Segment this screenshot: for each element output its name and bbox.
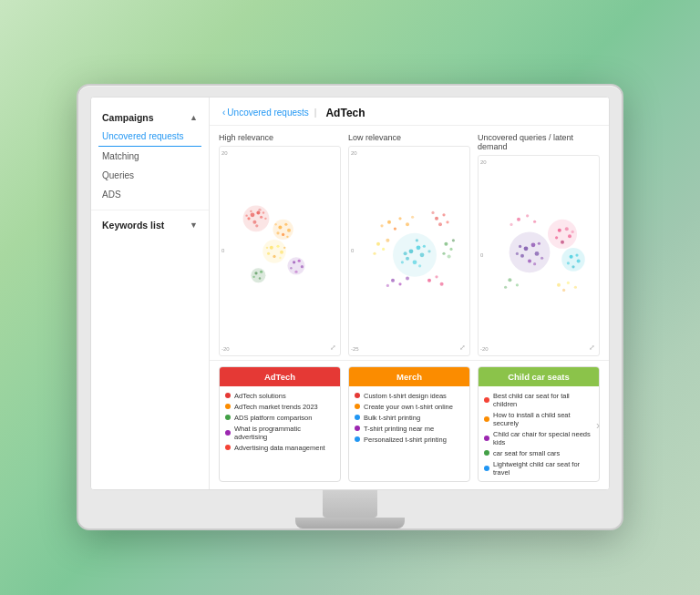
sidebar: Campaigns ▲ Uncovered requests Matching … — [91, 97, 210, 490]
monitor: Campaigns ▲ Uncovered requests Matching … — [77, 84, 623, 530]
svg-point-56 — [411, 215, 414, 218]
svg-point-71 — [448, 254, 451, 258]
card-text: AdTech market trends 2023 — [234, 403, 318, 411]
svg-point-18 — [286, 235, 288, 237]
chart-uncovered-queries-y-labels: 20 0 -20 — [480, 156, 489, 356]
svg-point-93 — [568, 234, 571, 238]
svg-point-88 — [516, 251, 519, 254]
chart-high-relevance-box: 20 0 -20 — [219, 146, 341, 357]
svg-point-101 — [571, 265, 574, 268]
svg-point-14 — [284, 222, 287, 225]
sidebar-item-uncovered[interactable]: Uncovered requests — [98, 127, 201, 147]
svg-point-58 — [435, 216, 438, 220]
chart-low-relevance-svg — [349, 147, 469, 356]
list-item: AdTech market trends 2023 — [225, 401, 335, 412]
svg-point-72 — [391, 278, 395, 282]
keywords-section[interactable]: Keywords list ▼ — [91, 216, 209, 234]
svg-point-29 — [251, 268, 265, 282]
chart-low-relevance-y-labels: 20 0 -25 — [351, 147, 359, 356]
svg-point-32 — [259, 277, 261, 279]
svg-point-38 — [294, 270, 297, 272]
y-label-0: 0 — [221, 248, 230, 253]
svg-point-78 — [440, 282, 444, 285]
chart-low-relevance-title: Low relevance — [348, 133, 470, 142]
sidebar-item-matching[interactable]: Matching — [91, 147, 209, 166]
list-item: Child car chair for special needs kids — [484, 428, 593, 447]
svg-point-30 — [254, 272, 257, 274]
svg-point-54 — [406, 222, 409, 226]
card-text: ADS platform comparison — [234, 414, 312, 422]
svg-point-28 — [283, 246, 285, 248]
breadcrumb-back[interactable]: ‹ Uncovered requests — [222, 108, 309, 118]
svg-point-24 — [273, 254, 275, 257]
breadcrumb-separator: | — [314, 108, 317, 118]
svg-point-63 — [376, 241, 380, 245]
svg-point-98 — [570, 254, 573, 258]
sidebar-divider — [91, 210, 209, 210]
svg-point-95 — [555, 236, 558, 239]
svg-point-89 — [540, 256, 543, 259]
svg-point-40 — [393, 232, 437, 276]
svg-point-23 — [280, 250, 283, 253]
card-text: Advertising data management — [234, 444, 325, 452]
chart-low-relevance-expand-icon[interactable]: ⤢ — [459, 344, 466, 352]
svg-point-2 — [256, 210, 260, 214]
card-text: T-shirt printing near me — [364, 425, 434, 433]
y-label-20-uq: 20 — [480, 159, 489, 165]
svg-point-10 — [245, 214, 247, 216]
svg-point-65 — [373, 251, 376, 254]
chart-uncovered-queries-box: 20 0 -20 — [478, 155, 600, 357]
y-label-neg20: -20 — [221, 346, 230, 352]
svg-point-81 — [531, 242, 536, 247]
svg-point-106 — [510, 222, 512, 225]
svg-point-59 — [442, 213, 445, 216]
chart-uncovered-queries: Uncovered queries / latent demand 20 0 -… — [478, 133, 600, 357]
svg-point-69 — [442, 251, 445, 254]
chart-low-relevance-box: 20 0 -25 — [348, 146, 470, 357]
svg-point-62 — [431, 210, 434, 213]
svg-point-75 — [386, 283, 389, 286]
svg-point-22 — [276, 244, 279, 247]
chart-uncovered-queries-expand-icon[interactable]: ⤢ — [589, 344, 595, 352]
svg-point-11 — [264, 217, 266, 219]
svg-point-73 — [398, 282, 401, 285]
svg-point-92 — [565, 227, 569, 231]
svg-point-35 — [293, 261, 295, 263]
svg-point-8 — [262, 211, 264, 213]
svg-point-61 — [446, 221, 448, 223]
main-header: ‹ Uncovered requests | AdTech — [210, 97, 609, 126]
list-item: car seat for small cars — [484, 447, 593, 458]
sidebar-item-ads[interactable]: ADS — [91, 185, 209, 204]
card-child-car-seats-items: Best child car seat for tall children Ho… — [479, 386, 599, 481]
campaigns-chevron-icon: ▲ — [190, 113, 198, 122]
chart-high-relevance-expand-icon[interactable]: ⤢ — [330, 344, 336, 352]
sidebar-item-queries[interactable]: Queries — [91, 166, 209, 185]
svg-point-85 — [538, 241, 540, 244]
svg-point-16 — [282, 232, 284, 235]
card-dot — [484, 416, 489, 422]
card-dot — [355, 415, 360, 420]
chart-high-relevance-y-labels: 20 0 -20 — [221, 147, 230, 356]
chart-low-relevance: Low relevance 20 0 -25 — [348, 133, 470, 357]
svg-point-105 — [533, 220, 536, 222]
y-label-0-lr: 0 — [351, 248, 359, 253]
campaigns-section[interactable]: Campaigns ▲ — [91, 108, 209, 127]
svg-point-46 — [423, 244, 426, 247]
svg-point-31 — [260, 270, 262, 272]
card-text: Personalized t-shirt printing — [364, 436, 447, 444]
card-adtech-header: AdTech — [220, 367, 340, 386]
svg-point-51 — [416, 239, 418, 241]
svg-point-44 — [413, 260, 417, 264]
list-item: Custom t-shirt design ideas — [355, 390, 464, 401]
charts-area: High relevance 20 0 -20 — [210, 126, 609, 361]
svg-point-45 — [406, 256, 409, 260]
card-text: AdTech solutions — [234, 392, 286, 400]
svg-point-57 — [380, 224, 383, 227]
svg-point-13 — [278, 225, 282, 229]
svg-point-68 — [449, 247, 452, 250]
scroll-right-icon[interactable]: › — [596, 419, 600, 432]
page-title: AdTech — [325, 107, 365, 119]
card-dot — [355, 393, 360, 398]
card-dot — [225, 430, 231, 436]
card-text: Create your own t-shirt online — [364, 403, 453, 411]
